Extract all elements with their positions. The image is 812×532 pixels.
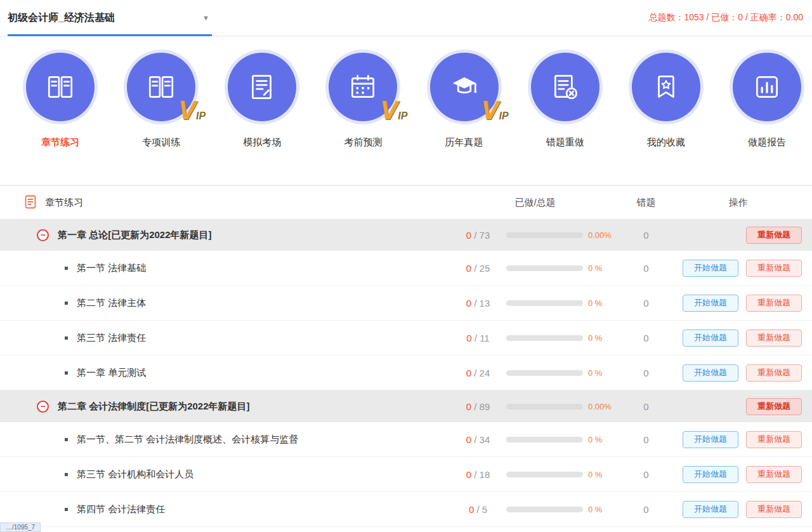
progress-percent: 0 % (584, 505, 619, 514)
total-count: 5 (482, 504, 487, 515)
redo-practice-button[interactable]: 重新做题 (746, 329, 802, 347)
stats-separator: / (743, 12, 750, 22)
nav-label: 章节练习 (41, 136, 79, 149)
redo-practice-button[interactable]: 重新做题 (746, 295, 802, 312)
row-title-cell: −第一章 总论[已更新为2022年新题目] (0, 229, 451, 241)
nav-item-redo-wrong[interactable]: 错题重做 (524, 53, 606, 185)
row-title: 第一节、第二节 会计法律制度概述、会计核算与监督 (77, 434, 298, 446)
nav-label: 考前预测 (344, 136, 382, 149)
collapse-icon[interactable]: − (37, 401, 49, 413)
mock-exam-icon (228, 53, 296, 121)
redo-practice-button[interactable]: 重新做题 (746, 260, 802, 277)
start-practice-button[interactable]: 开始做题 (683, 260, 738, 277)
vip-v: V (481, 95, 499, 125)
bullet-icon (65, 336, 68, 340)
start-practice-button[interactable]: 开始做题 (683, 501, 738, 518)
nav-item-report[interactable]: 做题报告 (726, 53, 808, 185)
row-title-cell: −第二章 会计法律制度[已更新为2022年新题目] (0, 401, 451, 413)
bullet-icon (65, 473, 68, 476)
nav-item-past-papers[interactable]: VIP历年真题 (423, 53, 506, 185)
table-rows: −第一章 总论[已更新为2022年新题目]0 / 730.00%0重新做题第一节… (0, 219, 812, 527)
done-total: 0 / 13 (451, 298, 505, 309)
done-total: 0 / 89 (451, 401, 505, 412)
progress-bar (505, 335, 584, 341)
wrong-count: 0 (619, 368, 673, 378)
table-row-section: 第三节 会计机构和会计人员0 / 180 %0开始做题重新做题 (0, 457, 812, 492)
table-row-section: 第一节、第二节 会计法律制度概述、会计核算与监督0 / 340 %0开始做题重新… (0, 422, 812, 457)
start-practice-button[interactable]: 开始做题 (683, 329, 738, 347)
redo-practice-button[interactable]: 重新做题 (746, 431, 802, 448)
progress-percent: 0 % (584, 263, 619, 273)
progress-bar (505, 232, 584, 238)
column-header-action: 操作 (673, 197, 803, 209)
total-count: 11 (480, 333, 490, 343)
row-actions: 开始做题重新做题 (673, 329, 803, 347)
nav-label: 做题报告 (748, 136, 786, 149)
progress-percent: 0 % (584, 298, 619, 308)
progress-percent: 0 % (584, 368, 619, 378)
redo-wrong-icon (531, 53, 599, 121)
redo-practice-button[interactable]: 重新做题 (746, 501, 802, 518)
page-title: 初级会计师_经济法基础 (8, 11, 115, 25)
done-count: 0 (466, 469, 471, 480)
done-count: 0 (466, 298, 471, 309)
start-practice-button[interactable]: 开始做题 (683, 466, 738, 483)
nav-item-favorites[interactable]: 我的收藏 (625, 53, 707, 185)
special-training-icon: VIP (127, 53, 195, 121)
start-practice-button[interactable]: 开始做题 (683, 364, 738, 382)
progress-bar (505, 472, 584, 477)
row-title-cell: 第三节 法律责任 (0, 332, 451, 344)
row-title: 第一章 单元测试 (77, 367, 146, 379)
vip-badge: VIP (178, 97, 206, 124)
vip-badge: VIP (481, 97, 508, 124)
wrong-count: 0 (619, 333, 673, 343)
table-row-section: 第四节 会计法律责任0 / 50 %0开始做题重新做题 (0, 492, 812, 527)
progress-bar (505, 265, 584, 271)
progress-bar (505, 370, 584, 376)
table-header: 章节练习 已做/总题 错题 操作 (0, 186, 812, 219)
start-practice-button[interactable]: 开始做题 (683, 295, 738, 312)
wrong-count: 0 (619, 401, 673, 412)
stat-value: 1053 (684, 12, 704, 22)
row-title: 第三节 会计机构和会计人员 (77, 469, 193, 481)
row-actions: 开始做题重新做题 (673, 501, 803, 518)
start-practice-button[interactable]: 开始做题 (683, 431, 738, 448)
row-title-cell: 第一节 法律基础 (0, 262, 451, 274)
redo-practice-button[interactable]: 重新做题 (746, 364, 802, 382)
nav-item-chapter-practice[interactable]: 章节练习 (19, 53, 102, 185)
row-actions: 开始做题重新做题 (673, 431, 803, 448)
stat-label: 已做： (711, 12, 738, 22)
vip-v: V (380, 95, 398, 125)
table-row-chapter: −第二章 会计法律制度[已更新为2022年新题目]0 / 890.00%0重新做… (0, 390, 812, 422)
progress-percent: 0 % (584, 333, 619, 343)
redo-practice-button[interactable]: 重新做题 (746, 466, 802, 483)
nav-item-pre-exam-prediction[interactable]: VIP考前预测 (322, 53, 404, 185)
row-title: 第三节 法律责任 (77, 332, 146, 344)
done-total: 0 / 18 (451, 469, 505, 480)
total-count: 73 (480, 230, 490, 241)
stat-value: 0.00 (786, 12, 803, 22)
row-title: 第一节 法律基础 (77, 262, 146, 274)
pre-exam-prediction-icon: VIP (329, 53, 397, 121)
row-title-cell: 第一节、第二节 会计法律制度概述、会计核算与监督 (0, 434, 451, 446)
redo-practice-button[interactable]: 重新做题 (746, 398, 802, 415)
done-count: 0 (466, 230, 471, 241)
vip-ip: IP (398, 110, 407, 121)
collapse-icon[interactable]: − (37, 229, 49, 241)
course-selector[interactable]: 初级会计师_经济法基础 ▼ (8, 0, 212, 36)
nav-item-mock-exam[interactable]: 模拟考场 (221, 53, 303, 185)
nav-label: 历年真题 (445, 136, 483, 149)
total-count: 18 (480, 469, 490, 480)
stat-value: 0 (738, 12, 743, 22)
column-header-progress: 已做/总题 (451, 197, 619, 209)
progress-percent: 0 % (584, 470, 619, 479)
nav-item-special-training[interactable]: VIP专项训练 (120, 53, 202, 185)
table-row-chapter: −第一章 总论[已更新为2022年新题目]0 / 730.00%0重新做题 (0, 219, 812, 251)
bullet-icon (65, 302, 68, 305)
wrong-count: 0 (619, 504, 673, 515)
done-total: 0 / 73 (451, 230, 505, 241)
bullet-icon (65, 438, 68, 441)
progress-bar (505, 437, 584, 442)
nav-label: 我的收藏 (647, 136, 685, 149)
redo-practice-button[interactable]: 重新做题 (746, 227, 802, 244)
